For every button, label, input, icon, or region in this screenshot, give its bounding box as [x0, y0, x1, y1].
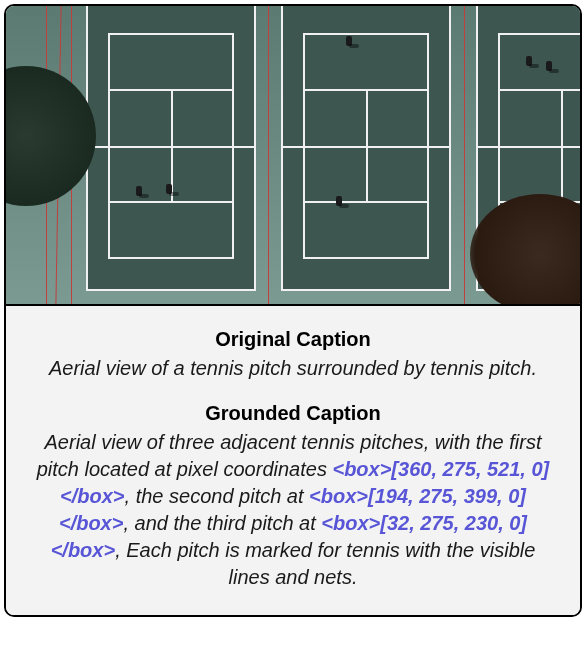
aerial-tennis-image	[6, 6, 580, 304]
tree	[6, 66, 96, 206]
grounded-text-post: , Each pitch is marked for tennis with t…	[115, 539, 535, 588]
grounded-caption-text: Aerial view of three adjacent tennis pit…	[34, 429, 552, 591]
tennis-court-1	[86, 6, 256, 291]
player-shadow	[166, 184, 172, 194]
court-center-line	[561, 89, 563, 203]
court-net-line	[478, 146, 580, 148]
court-service-line	[498, 89, 580, 91]
player-shadow	[336, 196, 342, 206]
court-center-line	[366, 89, 368, 203]
grounded-caption-title: Grounded Caption	[34, 402, 552, 425]
player-shadow	[136, 186, 142, 196]
grounded-text-mid2: , and the third pitch at	[123, 512, 321, 534]
player-shadow	[346, 36, 352, 46]
original-caption-text: Aerial view of a tennis pitch surrounded…	[34, 355, 552, 382]
grounded-text-mid1: , the second pitch at	[125, 485, 310, 507]
player-shadow	[526, 56, 532, 66]
player-shadow	[546, 61, 552, 71]
figure-container: Original Caption Aerial view of a tennis…	[4, 4, 582, 617]
boundary-line	[268, 6, 269, 304]
caption-box: Original Caption Aerial view of a tennis…	[6, 304, 580, 615]
original-caption-title: Original Caption	[34, 328, 552, 351]
boundary-line	[464, 6, 465, 304]
tennis-court-2	[281, 6, 451, 291]
